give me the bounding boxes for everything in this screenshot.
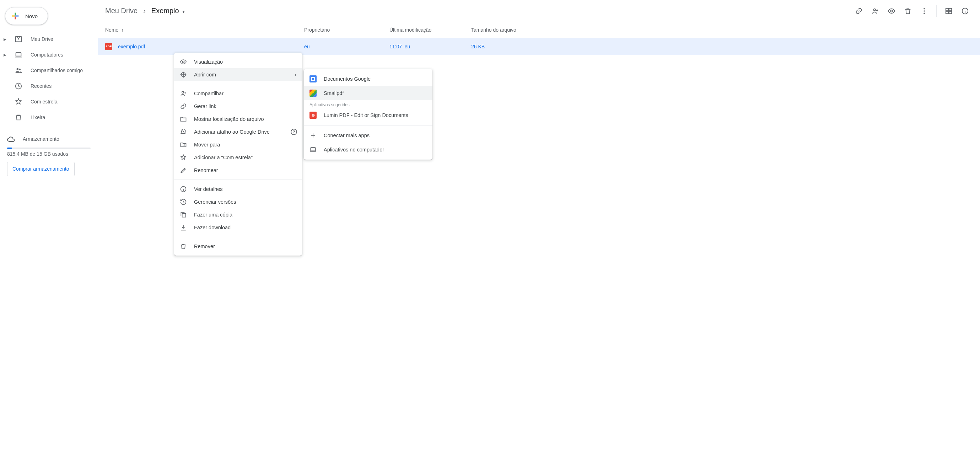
sidebar-item-shared[interactable]: ▶ Compartilhados comigo — [0, 62, 98, 78]
sidebar-item-starred[interactable]: ▶ Com estrela — [0, 94, 98, 110]
view-grid-button[interactable] — [941, 3, 956, 19]
sidebar-item-my-drive[interactable]: ▶ Meu Drive — [0, 31, 98, 47]
lumin-icon: ⎋ — [310, 111, 317, 119]
download-icon — [180, 224, 187, 231]
plus-icon — [10, 11, 20, 21]
svg-rect-19 — [182, 214, 186, 217]
svg-rect-2 — [16, 53, 21, 56]
sidebar-item-label: Computadores — [30, 52, 63, 57]
menu-item-preview[interactable]: Visualização — [174, 56, 302, 68]
svg-rect-12 — [949, 8, 951, 10]
delete-button[interactable] — [900, 3, 916, 19]
menu-item-copy[interactable]: Fazer uma cópia — [174, 209, 302, 221]
menu-item-rename[interactable]: Renomear — [174, 164, 302, 177]
more-actions-button[interactable] — [916, 3, 932, 19]
sidebar-item-label: Com estrela — [30, 99, 57, 105]
column-header-owner[interactable]: Proprietário — [304, 27, 390, 33]
new-button-label: Novo — [25, 13, 38, 19]
pencil-icon — [180, 167, 187, 174]
sidebar-item-label: Compartilhados comigo — [30, 68, 83, 73]
file-name: exemplo.pdf — [118, 44, 145, 49]
submenu-item-lumin[interactable]: ⎋ Lumin PDF - Edit or Sign Documents — [304, 108, 433, 122]
svg-point-8 — [923, 8, 925, 9]
submenu-item-connect-more[interactable]: Conectar mais apps — [304, 128, 433, 143]
submenu-item-docs[interactable]: Documentos Google — [304, 72, 433, 86]
share-icon — [180, 90, 187, 97]
chevron-right-icon: › — [294, 72, 296, 78]
storage-usage-text: 815,4 MB de 15 GB usados — [7, 151, 91, 157]
menu-item-versions[interactable]: Gerenciar versões — [174, 196, 302, 209]
breadcrumb-current[interactable]: Exemplo ▾ — [148, 5, 188, 17]
file-owner: eu — [304, 44, 390, 49]
divider — [0, 128, 98, 128]
svg-point-3 — [17, 68, 19, 70]
svg-point-7 — [891, 10, 892, 12]
smallpdf-icon — [310, 89, 317, 97]
sidebar-item-storage[interactable]: Armazenamento — [7, 135, 91, 143]
link-icon — [180, 103, 187, 110]
svg-point-6 — [873, 8, 875, 10]
google-docs-icon — [310, 75, 317, 83]
sidebar-item-trash[interactable]: ▶ Lixeira — [0, 110, 98, 125]
divider — [174, 84, 302, 84]
menu-item-share[interactable]: Compartilhar — [174, 87, 302, 100]
get-link-button[interactable] — [851, 3, 867, 19]
menu-item-move-to[interactable]: Mover para — [174, 138, 302, 151]
laptop-icon — [14, 51, 23, 59]
svg-point-9 — [923, 10, 925, 12]
buy-storage-button[interactable]: Comprar armazenamento — [7, 162, 75, 176]
toolbar-actions — [851, 3, 973, 19]
column-header-size[interactable]: Tamanho do arquivo — [471, 27, 973, 33]
history-icon — [180, 198, 187, 205]
breadcrumb: Meu Drive › Exemplo ▾ — [102, 5, 188, 17]
sidebar-item-recent[interactable]: ▶ Recentes — [0, 78, 98, 94]
sidebar-item-label: Meu Drive — [30, 36, 53, 42]
folder-move-icon — [180, 141, 187, 148]
trash-icon — [14, 113, 23, 122]
trash-icon — [180, 243, 187, 250]
new-button[interactable]: Novo — [5, 7, 48, 25]
sidebar-item-computers[interactable]: ▶ Computadores — [0, 47, 98, 62]
menu-item-download[interactable]: Fazer download — [174, 221, 302, 234]
list-header: Nome ↑ Proprietário Última modificação T… — [98, 22, 980, 38]
menu-item-add-star[interactable]: Adicionar a "Com estrela" — [174, 151, 302, 164]
menu-item-get-link[interactable]: Gerar link — [174, 100, 302, 113]
menu-item-show-location[interactable]: Mostrar localização do arquivo — [174, 113, 302, 126]
share-button[interactable] — [867, 3, 883, 19]
column-header-modified[interactable]: Última modificação — [390, 27, 471, 33]
breadcrumb-root[interactable]: Meu Drive — [102, 5, 141, 17]
preview-button[interactable] — [884, 3, 899, 19]
svg-rect-13 — [946, 11, 948, 13]
menu-item-remove[interactable]: Remover — [174, 240, 302, 253]
copy-icon — [180, 211, 187, 218]
svg-point-17 — [182, 91, 184, 93]
chevron-right-icon: › — [143, 7, 146, 15]
submenu-item-smallpdf[interactable]: Smallpdf — [304, 86, 433, 100]
info-button[interactable] — [957, 3, 973, 19]
drive-icon — [14, 35, 23, 43]
sidebar-item-label: Recentes — [30, 83, 51, 89]
svg-rect-14 — [949, 11, 951, 13]
chevron-right-icon: ▶ — [3, 53, 6, 57]
menu-item-details[interactable]: Ver detalhes — [174, 183, 302, 196]
sidebar: Novo ▶ Meu Drive ▶ Computadores ▶ Compar… — [0, 0, 98, 460]
menu-item-add-shortcut[interactable]: Adicionar atalho ao Google Drive ? — [174, 126, 302, 138]
people-icon — [14, 66, 23, 75]
submenu-heading-suggested: Aplicativos sugeridos — [304, 100, 433, 108]
eye-icon — [180, 58, 187, 65]
column-header-name[interactable]: Nome ↑ — [105, 27, 304, 33]
file-modified: 11:07 eu — [390, 44, 471, 49]
menu-item-open-with[interactable]: Abrir com › — [174, 68, 302, 81]
submenu-item-on-computer[interactable]: Aplicativos no computador — [304, 143, 433, 157]
sort-arrow-up-icon: ↑ — [121, 27, 124, 33]
context-menu: Visualização Abrir com › Compartilhar Ge… — [174, 53, 302, 256]
svg-rect-11 — [946, 8, 948, 10]
pdf-icon: PDF — [105, 43, 112, 50]
help-icon: ? — [291, 129, 297, 135]
sidebar-item-label: Lixeira — [30, 115, 45, 120]
svg-rect-0 — [14, 15, 16, 16]
drive-shortcut-icon — [180, 128, 187, 135]
svg-point-10 — [923, 13, 925, 14]
plus-icon — [310, 132, 317, 139]
divider — [936, 5, 937, 17]
